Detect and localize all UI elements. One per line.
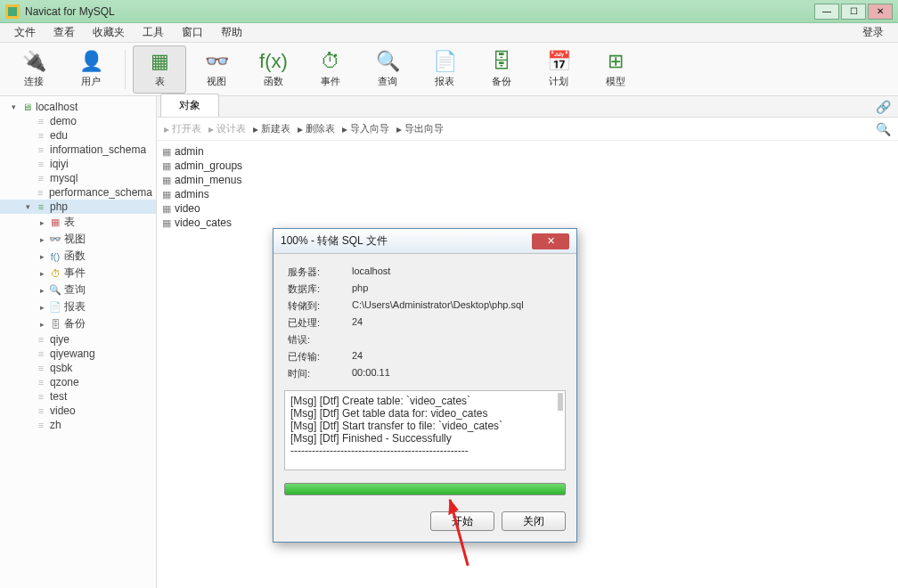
value-errors [350,332,564,347]
tool-备份[interactable]: 🗄备份 [475,45,528,94]
menu-帮助[interactable]: 帮助 [212,23,251,42]
log-line: [Msg] [Dtf] Get table data for: video_ca… [290,407,559,420]
action-icon: ▸ [396,123,402,135]
menu-查看[interactable]: 查看 [45,23,84,42]
menu-工具[interactable]: 工具 [134,23,173,42]
table-admin_groups[interactable]: ▦admin_groups [162,159,893,173]
tree-node-icon: ≡ [35,420,47,430]
table-name: video [175,202,200,215]
minimize-button[interactable]: — [814,4,839,20]
tool-icon: ⊞ [608,50,624,73]
scrollbar-thumb[interactable] [558,393,563,411]
login-link[interactable]: 登录 [853,23,893,42]
db-edu[interactable]: ≡edu [0,128,156,143]
dump-sql-dialog: 100% - 转储 SQL 文件 ✕ 服务器:localhost 数据库:php… [273,228,577,543]
tool-label: 视图 [207,75,226,88]
tool-视图[interactable]: 👓视图 [190,45,243,94]
value-processed: 24 [350,315,564,331]
table-name: admin_groups [175,159,242,172]
action-打开表: ▸打开表 [164,122,201,135]
tree-twist-icon: ▸ [37,235,46,244]
dbchild-备份[interactable]: ▸🗄备份 [0,315,156,332]
table-admin[interactable]: ▦admin [162,144,893,159]
table-admin_menus[interactable]: ▦admin_menus [162,173,893,187]
value-database: php [350,282,564,297]
table-admins[interactable]: ▦admins [162,187,893,201]
db-mysql[interactable]: ≡mysql [0,171,156,185]
action-bar: ▸打开表▸设计表▸新建表▸删除表▸导入向导▸导出向导🔍 [157,118,898,141]
menu-收藏夹[interactable]: 收藏夹 [84,23,134,42]
action-导入向导[interactable]: ▸导入向导 [342,122,389,135]
search-icon[interactable]: 🔍 [876,122,891,136]
link-icon[interactable]: 🔗 [869,97,898,117]
tool-icon: 🗄 [492,50,511,73]
tool-函数[interactable]: f(x)函数 [247,45,300,94]
db-qzone[interactable]: ≡qzone [0,375,156,389]
maximize-button[interactable]: ☐ [841,4,866,20]
db-information_schema[interactable]: ≡information_schema [0,143,156,157]
table-video[interactable]: ▦video [162,201,893,216]
dbchild-函数[interactable]: ▸f()函数 [0,248,156,265]
label-path: 转储到: [286,298,348,314]
dialog-close-button[interactable]: ✕ [532,233,569,249]
action-新建表[interactable]: ▸新建表 [253,122,290,135]
db-iqiyi[interactable]: ≡iqiyi [0,157,156,171]
close-dialog-button[interactable]: 关闭 [502,511,566,531]
db-video[interactable]: ≡video [0,404,156,418]
db-qiye[interactable]: ≡qiye [0,332,156,347]
tool-查询[interactable]: 🔍查询 [361,45,414,94]
db-performance_schema[interactable]: ≡performance_schema [0,185,156,200]
log-line: [Msg] [Dtf] Create table: `video_cates` [290,395,559,407]
db-zh[interactable]: ≡zh [0,418,156,432]
tool-icon: 📄 [433,50,457,73]
tree-label: 查询 [64,282,86,298]
dialog-title: 100% - 转储 SQL 文件 [281,233,388,249]
db-qiyewang[interactable]: ≡qiyewang [0,347,156,361]
tree-label: php [50,200,68,213]
tree-node-icon: ⏱ [49,268,61,279]
tool-icon: ⏱ [321,50,340,73]
tool-连接[interactable]: 🔌连接 [7,45,61,94]
dbchild-事件[interactable]: ▸⏱事件 [0,265,156,282]
tool-label: 函数 [264,75,283,88]
dbchild-表[interactable]: ▸▦表 [0,214,156,231]
action-导出向导[interactable]: ▸导出向导 [396,122,444,135]
tree-node-icon: ≡ [35,159,47,169]
menu-窗口[interactable]: 窗口 [173,23,212,42]
db-php[interactable]: ▾≡php [0,200,156,214]
tool-icon: 👤 [79,50,103,73]
dbchild-视图[interactable]: ▸👓视图 [0,231,156,248]
db-test[interactable]: ≡test [0,389,156,404]
tool-icon: f(x) [259,50,288,73]
tree-node-icon: ≡ [35,363,47,373]
tool-模型[interactable]: ⊞模型 [589,45,642,94]
value-server: localhost [350,265,564,280]
tool-用户[interactable]: 👤用户 [64,45,118,94]
table-icon: ▦ [162,203,171,215]
tree-label: mysql [50,172,78,184]
tree-label: edu [50,129,68,142]
titlebar: Navicat for MySQL — ☐ ✕ [0,0,898,23]
conn-localhost[interactable]: ▾🖥localhost [0,100,156,114]
tree-label: 函数 [64,249,86,264]
object-list: ▦admin▦admin_groups▦admin_menus▦admins▦v… [157,141,898,233]
tool-报表[interactable]: 📄报表 [418,45,471,94]
menu-文件[interactable]: 文件 [5,23,45,42]
tree-label: video [50,404,76,417]
tree-twist-icon: ▸ [37,286,46,295]
action-删除表[interactable]: ▸删除表 [298,122,335,135]
tree-node-icon: 🔍 [49,284,61,296]
tool-label: 连接 [24,75,44,88]
db-qsbk[interactable]: ≡qsbk [0,361,156,375]
log-line: ----------------------------------------… [290,445,559,457]
close-button[interactable]: ✕ [868,4,893,20]
action-icon: ▸ [342,123,347,135]
tree-label: 报表 [64,299,86,314]
tool-事件[interactable]: ⏱事件 [304,45,357,94]
dbchild-报表[interactable]: ▸📄报表 [0,298,156,315]
dbchild-查询[interactable]: ▸🔍查询 [0,282,156,298]
tool-计划[interactable]: 📅计划 [532,45,585,94]
tab-objects[interactable]: 对象 [160,94,219,117]
tool-表[interactable]: ▦表 [133,45,186,94]
db-demo[interactable]: ≡demo [0,114,156,128]
